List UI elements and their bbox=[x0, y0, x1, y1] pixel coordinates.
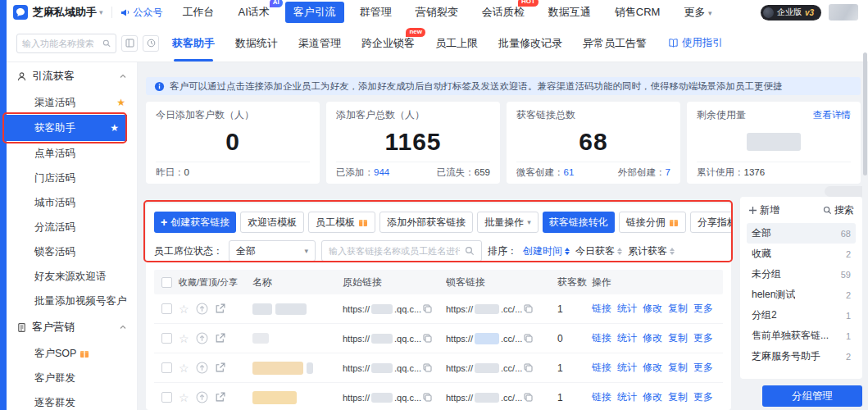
app-title-caret-icon[interactable]: ▾ bbox=[99, 8, 103, 16]
edition-badge[interactable]: 企业版 v3 bbox=[761, 5, 821, 20]
tab-batch-modify-records[interactable]: 批量修改记录 bbox=[498, 25, 562, 61]
action-edit[interactable]: 修改 bbox=[643, 331, 662, 345]
favorite-star-icon[interactable]: ☆ bbox=[179, 362, 189, 374]
tab-abnormal-staff-alert[interactable]: 异常员工告警 bbox=[583, 25, 647, 61]
favorite-star-icon[interactable]: ☆ bbox=[179, 392, 189, 403]
group-item-helen-test[interactable]: helen测试2 bbox=[747, 285, 856, 305]
nav-item-customer-acquisition[interactable]: 客户引流 bbox=[285, 2, 344, 23]
function-search-input[interactable] bbox=[22, 39, 99, 48]
copy-icon[interactable] bbox=[423, 304, 432, 313]
action-copy[interactable]: 复制 bbox=[668, 302, 688, 316]
staff-template-button[interactable]: 员工模板 bbox=[308, 212, 375, 233]
group-manage-button[interactable]: 分组管理 bbox=[762, 385, 862, 407]
nav-item-chat-inspection[interactable]: 会话质检HOT bbox=[474, 2, 533, 23]
sidebar-item-chase-broadcast[interactable]: 逐客群发 bbox=[7, 390, 137, 410]
action-copy[interactable]: 复制 bbox=[668, 331, 688, 345]
group-item-favorites[interactable]: 收藏2 bbox=[747, 244, 856, 264]
sidebar-item-customer-sop[interactable]: 客户SOP bbox=[7, 341, 137, 366]
view-details-link[interactable]: 查看详情 bbox=[813, 109, 851, 121]
scrollbar[interactable] bbox=[863, 52, 867, 175]
pin-icon[interactable] bbox=[196, 362, 208, 374]
pin-icon[interactable] bbox=[196, 332, 208, 344]
nav-item-marketing-fission[interactable]: 营销裂变 bbox=[407, 2, 466, 23]
action-copy[interactable]: 复制 bbox=[668, 390, 688, 404]
user-avatar[interactable] bbox=[829, 4, 858, 20]
sidebar-item-city-qrcode[interactable]: 城市活码 bbox=[7, 190, 137, 215]
seat-status-select[interactable]: 全部▾ bbox=[229, 240, 316, 262]
favorite-star-icon[interactable]: ☆ bbox=[179, 333, 189, 344]
sidebar-item-customer-broadcast[interactable]: 客户群发 bbox=[7, 366, 137, 390]
share-icon[interactable] bbox=[215, 392, 225, 403]
pin-icon[interactable] bbox=[196, 391, 208, 403]
link-conversion-button[interactable]: 获客链接转化 bbox=[543, 212, 615, 233]
action-more[interactable]: 更多 bbox=[693, 390, 713, 404]
sort-total-acquired[interactable]: 累计获客 bbox=[628, 244, 675, 258]
nav-item-workbench[interactable]: 工作台 bbox=[175, 2, 223, 23]
collapsed-tag[interactable] bbox=[825, 186, 862, 197]
favorite-star-icon[interactable]: ★ bbox=[110, 122, 119, 134]
action-copy[interactable]: 复制 bbox=[668, 361, 688, 375]
nav-item-group-management[interactable]: 群管理 bbox=[352, 2, 400, 23]
batch-operation-button[interactable]: 批量操作▾ bbox=[477, 212, 539, 233]
favorite-star-icon[interactable]: ★ bbox=[116, 97, 125, 108]
select-all-checkbox[interactable] bbox=[161, 277, 172, 288]
action-more[interactable]: 更多 bbox=[693, 361, 713, 375]
group-item-ungrouped[interactable]: 未分组59 bbox=[747, 264, 856, 285]
table-search-input[interactable] bbox=[329, 246, 460, 256]
chevron-up-icon[interactable] bbox=[119, 72, 127, 80]
add-group-button[interactable]: 新增 bbox=[748, 203, 779, 217]
usage-guide-link[interactable]: 使用指引 bbox=[668, 36, 723, 50]
row-checkbox[interactable] bbox=[161, 362, 172, 373]
action-link[interactable]: 链接 bbox=[592, 390, 611, 404]
copy-icon[interactable] bbox=[423, 363, 432, 372]
copy-icon[interactable] bbox=[524, 393, 533, 402]
chevron-up-icon[interactable] bbox=[119, 323, 127, 331]
history-icon-button[interactable] bbox=[143, 35, 159, 52]
tab-acquisition-assistant[interactable]: 获客助手 bbox=[172, 25, 215, 61]
add-external-link-button[interactable]: 添加外部获客链接 bbox=[379, 212, 473, 233]
sidebar-item-order-qrcode[interactable]: 点单活码 bbox=[7, 141, 137, 166]
nav-item-data-connect[interactable]: 数据互通 bbox=[540, 2, 599, 23]
sort-create-time[interactable]: 创建时间 bbox=[523, 244, 570, 258]
group-item-all[interactable]: 全部68 bbox=[747, 223, 856, 244]
sidebar-item-split-qrcode[interactable]: 分流活码 bbox=[7, 215, 137, 239]
row-checkbox[interactable] bbox=[161, 303, 172, 314]
group-search-button[interactable]: 搜索 bbox=[823, 203, 854, 217]
copy-icon[interactable] bbox=[423, 393, 432, 402]
action-stats[interactable]: 统计 bbox=[617, 302, 637, 316]
copy-icon[interactable] bbox=[524, 334, 533, 343]
action-stats[interactable]: 统计 bbox=[617, 390, 637, 404]
action-more[interactable]: 更多 bbox=[693, 331, 713, 345]
action-link[interactable]: 链接 bbox=[592, 331, 611, 345]
copy-icon[interactable] bbox=[524, 304, 533, 313]
action-stats[interactable]: 统计 bbox=[617, 361, 637, 375]
sidebar-item-store-qrcode[interactable]: 门店活码 bbox=[7, 166, 137, 190]
group-item-service-assistant[interactable]: 芝麻服务号助手2 bbox=[747, 346, 856, 367]
sidebar-item-lock-qrcode[interactable]: 锁客活码 bbox=[7, 239, 137, 264]
group-item-presales[interactable]: 售前单独获客链...1 bbox=[747, 326, 856, 346]
action-edit[interactable]: 修改 bbox=[643, 302, 662, 316]
action-edit[interactable]: 修改 bbox=[643, 390, 662, 404]
action-edit[interactable]: 修改 bbox=[643, 361, 662, 375]
copy-icon[interactable] bbox=[524, 363, 533, 372]
tab-staff-limit[interactable]: 员工上限 bbox=[435, 25, 478, 61]
pin-icon[interactable] bbox=[196, 303, 208, 315]
welcome-template-button[interactable]: 欢迎语模板 bbox=[240, 212, 304, 233]
link-commission-button[interactable]: 链接分佣 bbox=[619, 212, 686, 233]
share-icon[interactable] bbox=[215, 333, 225, 344]
sidebar-item-friend-source-welcome[interactable]: 好友来源欢迎语 bbox=[7, 264, 137, 289]
share-icon[interactable] bbox=[215, 303, 225, 314]
row-checkbox[interactable] bbox=[161, 333, 172, 344]
tab-data-statistics[interactable]: 数据统计 bbox=[235, 25, 278, 61]
nav-item-ai-script[interactable]: AI话术AI bbox=[230, 2, 278, 23]
sort-today-acquired[interactable]: 今日获客 bbox=[575, 244, 622, 258]
favorite-star-icon[interactable]: ☆ bbox=[179, 303, 189, 315]
group-item-group2[interactable]: 分组21 bbox=[747, 305, 856, 326]
create-link-button[interactable]: +创建获客链接 bbox=[154, 212, 236, 233]
action-link[interactable]: 链接 bbox=[592, 361, 611, 375]
tab-channel-management[interactable]: 渠道管理 bbox=[298, 25, 341, 61]
action-link[interactable]: 链接 bbox=[592, 302, 611, 316]
sidebar-item-batch-add-video-customers[interactable]: 批量添加视频号客户 bbox=[7, 289, 137, 313]
action-more[interactable]: 更多 bbox=[693, 302, 713, 316]
layout-icon-button[interactable] bbox=[121, 35, 138, 52]
